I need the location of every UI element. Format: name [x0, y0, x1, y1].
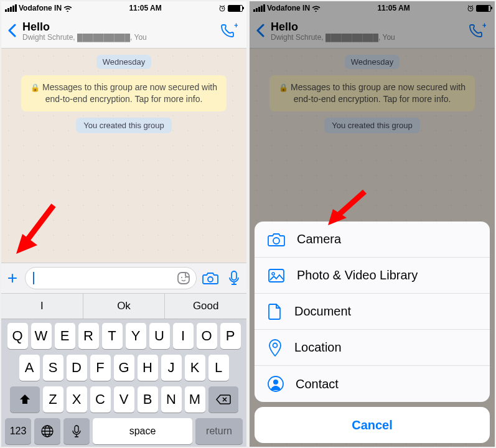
backspace-key[interactable] — [208, 386, 238, 413]
key-d[interactable]: D — [67, 355, 87, 381]
key-h[interactable]: H — [138, 355, 158, 381]
wifi-icon — [312, 5, 321, 12]
chat-subtitle: Dwight Schrute, ██████████, You — [271, 34, 462, 42]
attach-button[interactable]: + — [5, 268, 20, 288]
back-button[interactable] — [7, 22, 16, 42]
svg-point-16 — [272, 273, 274, 275]
key-v[interactable]: V — [114, 386, 134, 413]
attach-contact[interactable]: Contact — [255, 366, 490, 402]
system-message: You created this group — [76, 118, 172, 133]
svg-point-5 — [208, 277, 213, 282]
kb-row-2: A S D F G H J K L — [4, 355, 244, 381]
shift-key[interactable] — [10, 386, 40, 413]
key-r[interactable]: R — [78, 323, 99, 349]
key-j[interactable]: J — [161, 355, 182, 381]
sticker-icon[interactable] — [176, 271, 191, 286]
key-w[interactable]: W — [31, 323, 52, 349]
svg-rect-15 — [269, 269, 284, 282]
signal-icon — [5, 4, 17, 12]
key-p[interactable]: P — [220, 323, 241, 349]
composer: + — [1, 263, 246, 293]
attach-location[interactable]: Location — [255, 330, 490, 366]
suggestion-2[interactable]: Ok — [83, 294, 166, 319]
suggestion-1[interactable]: I — [1, 294, 83, 319]
keyboard: Q W E R T Y U I O P A S D F G H J K L Z — [1, 319, 246, 447]
return-key[interactable]: return — [195, 418, 243, 444]
message-input[interactable] — [25, 267, 197, 289]
key-z[interactable]: Z — [43, 386, 63, 413]
key-i[interactable]: I — [173, 323, 194, 349]
numbers-key[interactable]: 123 — [5, 418, 31, 444]
key-t[interactable]: T — [102, 323, 123, 349]
carrier-label: Vodafone IN — [19, 4, 62, 12]
carrier-label: Vodafone IN — [267, 4, 310, 12]
key-b[interactable]: B — [138, 386, 158, 413]
status-time: 11:05 AM — [377, 4, 409, 12]
call-button[interactable]: + — [220, 23, 238, 40]
key-s[interactable]: S — [43, 355, 63, 381]
svg-rect-9 — [75, 426, 78, 432]
key-x[interactable]: X — [67, 386, 87, 413]
date-pill: Wednesday — [345, 55, 400, 69]
camera-icon — [267, 231, 286, 248]
battery-icon — [476, 5, 491, 12]
back-button[interactable] — [256, 22, 264, 42]
key-g[interactable]: G — [114, 355, 134, 381]
status-bar: Vodafone IN 11:05 AM — [1, 1, 246, 15]
photo-icon — [267, 268, 286, 284]
chat-title-block[interactable]: Hello Dwight Schrute, ██████████, You — [271, 21, 462, 42]
contact-icon — [267, 375, 284, 393]
chat-title: Hello — [22, 21, 214, 34]
battery-icon — [228, 5, 243, 12]
lock-icon: 🔒 — [30, 83, 40, 92]
chat-title-block[interactable]: Hello Dwight Schrute, ██████████, You — [22, 21, 214, 42]
call-button[interactable]: + — [469, 23, 486, 40]
key-f[interactable]: F — [90, 355, 111, 381]
key-u[interactable]: U — [149, 323, 170, 349]
alarm-icon — [218, 4, 226, 12]
location-icon — [267, 338, 283, 357]
phone-right: Vodafone IN 11:05 AM Hello Dwight Schrut… — [250, 1, 495, 447]
svg-point-4 — [185, 277, 186, 278]
attach-document[interactable]: Document — [255, 294, 490, 330]
item-label: Camera — [297, 232, 341, 246]
attachment-options: Camera Photo & Video Library Document Lo… — [255, 222, 490, 402]
key-c[interactable]: C — [90, 386, 111, 413]
key-l[interactable]: L — [208, 355, 229, 381]
kb-row-4: 123 space return — [4, 418, 244, 444]
key-a[interactable]: A — [19, 355, 40, 381]
svg-rect-6 — [232, 271, 236, 280]
cancel-button[interactable]: Cancel — [255, 407, 490, 443]
svg-rect-2 — [178, 273, 189, 284]
key-n[interactable]: N — [161, 386, 182, 413]
camera-icon[interactable] — [202, 271, 219, 286]
key-e[interactable]: E — [55, 323, 75, 349]
status-bar: Vodafone IN 11:05 AM — [250, 1, 495, 15]
attach-camera[interactable]: Camera — [255, 222, 490, 258]
phone-left: Vodafone IN 11:05 AM Hello Dwight Schrut… — [1, 1, 246, 447]
wifi-icon — [63, 5, 72, 12]
key-o[interactable]: O — [197, 323, 217, 349]
kb-row-3: Z X C V B N M — [4, 386, 244, 413]
svg-point-14 — [273, 238, 279, 244]
chat-body[interactable]: Wednesday 🔒Messages to this group are no… — [1, 49, 246, 263]
key-y[interactable]: Y — [126, 323, 146, 349]
encryption-notice: 🔒Messages to this group are now secured … — [269, 75, 475, 111]
attach-photo-video[interactable]: Photo & Video Library — [255, 258, 490, 294]
key-k[interactable]: K — [185, 355, 205, 381]
encryption-notice[interactable]: 🔒Messages to this group are now secured … — [21, 75, 227, 111]
chat-header: Hello Dwight Schrute, ██████████, You + — [250, 15, 495, 49]
dictation-key[interactable] — [63, 418, 90, 444]
chat-title: Hello — [271, 21, 462, 34]
key-m[interactable]: M — [185, 386, 205, 413]
globe-key[interactable] — [34, 418, 60, 444]
svg-text:+: + — [482, 23, 486, 30]
space-key[interactable]: space — [93, 418, 192, 444]
text-caret — [33, 272, 34, 284]
attachment-action-sheet: Camera Photo & Video Library Document Lo… — [255, 222, 490, 443]
key-q[interactable]: Q — [7, 323, 28, 349]
mic-icon[interactable] — [228, 270, 240, 286]
item-label: Document — [294, 304, 351, 319]
suggestion-3[interactable]: Good — [165, 294, 246, 319]
item-label: Contact — [296, 377, 339, 391]
